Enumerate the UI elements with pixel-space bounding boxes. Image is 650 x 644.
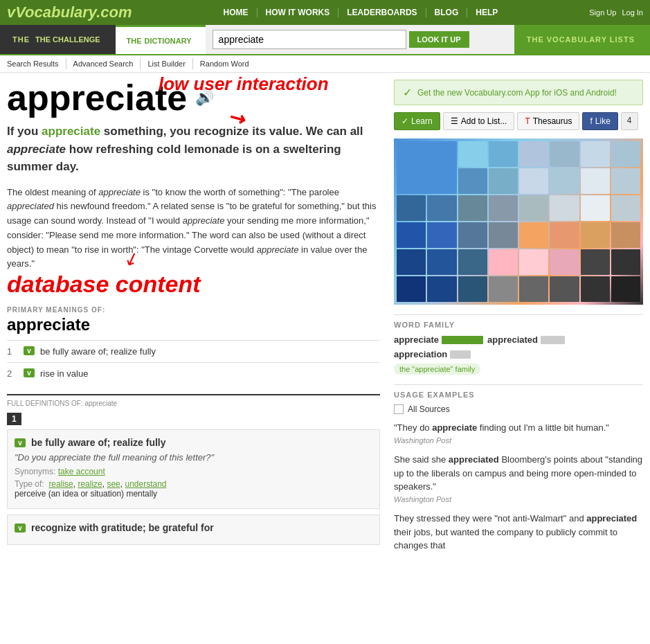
ad-block [581, 276, 610, 302]
type-of-understand[interactable]: understand [125, 479, 166, 489]
main-content: appreciate 🔊 low user interaction ↘ If y… [0, 73, 650, 566]
usage-example-2: She said she appreciated Bloomberg's poi… [394, 453, 643, 505]
all-sources-label: All Sources [408, 404, 450, 414]
wf-bar-appreciation [450, 350, 471, 359]
dict-the: THE [127, 37, 142, 45]
meaning-row-1: 1 v be fully aware of; realize fully [7, 340, 380, 362]
top-navigation: vVocabulary.com HOME HOW IT WORKS LEADER… [0, 0, 650, 25]
primary-meanings-section: PRIMARY MEANINGS OF: appreciate 1 v be f… [7, 306, 380, 384]
short-desc-italic: appreciate [7, 143, 66, 156]
wf-word-appreciate: appreciate [394, 334, 483, 345]
nav-how-it-works[interactable]: HOW IT WORKS [258, 8, 339, 17]
right-column: ✓ Get the new Vocabulary.com App for iOS… [394, 80, 643, 560]
search-results-link[interactable]: Search Results [0, 58, 66, 69]
word-family-link[interactable]: the "appreciate" family [394, 364, 480, 375]
left-column: appreciate 🔊 low user interaction ↘ If y… [7, 80, 380, 560]
word-title-section: appreciate 🔊 low user interaction ↘ [7, 80, 380, 116]
full-defs-label: FULL DEFINITIONS OF: appreciate [7, 394, 380, 407]
ad-block [397, 222, 426, 248]
ad-block [550, 249, 579, 275]
meaning-text-1: be fully aware of; realize fully [40, 346, 156, 357]
learn-button[interactable]: ✓ Learn [394, 112, 440, 130]
example-1-source: Washington Post [394, 435, 643, 447]
type-of-realise[interactable]: realise [48, 479, 73, 489]
sign-up-link[interactable]: Sign Up [589, 8, 616, 17]
nav-leaderboards[interactable]: LEADERBOARDS [338, 8, 426, 17]
short-description: If you appreciate something, you recogni… [7, 123, 380, 176]
usage-examples-title: USAGE EXAMPLES [394, 384, 643, 399]
ad-content [394, 138, 643, 305]
ad-block [397, 195, 426, 221]
app-promo-checkmark: ✓ [403, 86, 412, 99]
database-content-annotation: database content [7, 271, 201, 298]
ad-block [519, 276, 548, 302]
nav-help[interactable]: HELP [467, 8, 506, 17]
ad-block [519, 141, 548, 167]
look-it-up-button[interactable]: LOOK IT UP [409, 31, 469, 48]
type-of-realize[interactable]: realize [78, 479, 102, 489]
challenge-tab[interactable]: THE THE CHALLENGE [0, 25, 116, 54]
word-family-row-1: appreciate appreciated appreciation [394, 334, 643, 359]
facebook-like-button[interactable]: f Like [582, 112, 617, 130]
vocab-the: THE [527, 35, 544, 44]
search-input[interactable] [213, 30, 406, 49]
nav-links: HOME HOW IT WORKS LEADERBOARDS BLOG HELP [215, 8, 507, 17]
add-to-list-button[interactable]: ☰ Add to List... [443, 112, 515, 130]
wf-label-appreciate[interactable]: appreciate [394, 334, 439, 345]
ad-block [397, 141, 457, 194]
type-of-see[interactable]: see [107, 479, 120, 489]
search-area: LOOK IT UP [206, 25, 514, 54]
example-1-before: "They do [394, 422, 432, 433]
vocabulary-lists-tab[interactable]: THEVOCABULARY LISTS [514, 25, 650, 54]
ad-block [458, 276, 487, 302]
logo-v: v [7, 3, 15, 21]
def-badge-1: v [15, 438, 26, 447]
ad-block [458, 168, 487, 194]
ad-block [427, 249, 456, 275]
short-desc-word: appreciate [42, 125, 100, 138]
nav-home[interactable]: HOME [215, 8, 258, 17]
fb-icon: f [590, 116, 592, 126]
ad-block [458, 195, 487, 221]
ad-block [519, 195, 548, 221]
nav-blog[interactable]: BLOG [426, 8, 468, 17]
word-family-row-2: the "appreciate" family [394, 364, 643, 375]
word-family-title: WORD FAMILY [394, 314, 643, 329]
ad-block [581, 249, 610, 275]
ad-block [397, 249, 426, 275]
list-builder-link[interactable]: List Builder [141, 58, 192, 69]
example-2-source: Washington Post [394, 494, 643, 506]
thesaurus-icon: T [525, 116, 530, 126]
synonym-take-account[interactable]: take account [58, 467, 105, 476]
meaning-text-2: rise in value [40, 368, 88, 379]
ad-block [550, 168, 579, 194]
dictionary-tab[interactable]: THEDICTIONARY [116, 25, 206, 54]
random-word-link[interactable]: Random Word [193, 58, 256, 69]
thesaurus-label: Thesaurus [533, 116, 572, 126]
example-3-after: their jobs, but wanted the company to pu… [394, 527, 617, 551]
challenge-the: THE [12, 35, 30, 44]
def-num-box: 1 [7, 413, 21, 425]
learn-check-icon: ✓ [401, 116, 408, 126]
ad-block [611, 168, 640, 194]
low-interaction-annotation: low user interaction [159, 74, 394, 94]
wf-label-appreciated[interactable]: appreciated [487, 334, 538, 345]
all-sources-checkbox[interactable] [394, 404, 404, 414]
advanced-search-link[interactable]: Advanced Search [66, 58, 141, 69]
meaning-row-2: 2 v rise in value [7, 362, 380, 384]
dict-label-text: DICTIONARY [145, 37, 192, 45]
ad-block [611, 141, 640, 167]
log-in-link[interactable]: Log In [622, 8, 643, 17]
def-badge-2: v [15, 524, 26, 533]
fb-like-label: Like [595, 116, 611, 126]
thesaurus-button[interactable]: T Thesaurus [517, 112, 579, 130]
ad-block [611, 276, 640, 302]
fb-like-count: 4 [621, 112, 638, 130]
def-example-1: "Do you appreciate the full meaning of t… [15, 452, 372, 463]
wf-word-appreciation: appreciation [394, 349, 471, 359]
app-promo-text: Get the new Vocabulary.com App for iOS a… [417, 88, 617, 98]
meaning-num-1: 1 [7, 346, 18, 357]
wf-bar-appreciate [442, 336, 483, 344]
primary-meanings-word: appreciate [7, 315, 380, 334]
wf-label-appreciation[interactable]: appreciation [394, 349, 447, 359]
